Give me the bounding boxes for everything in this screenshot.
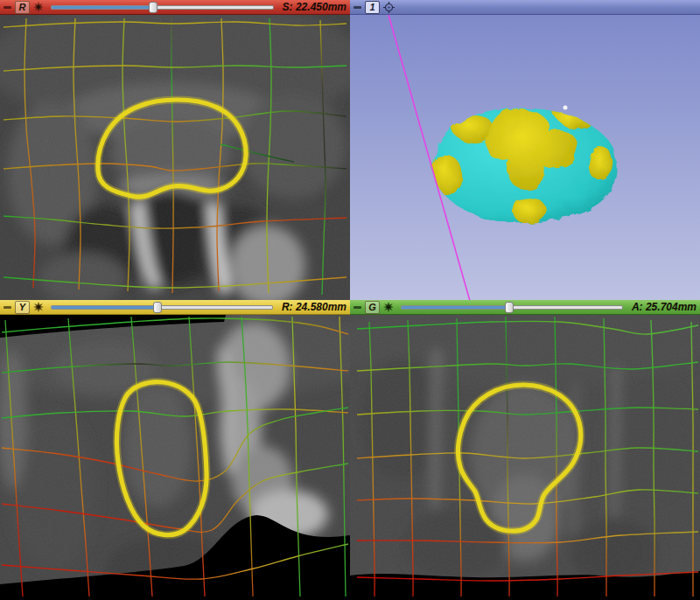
threed-view-pane: 1 xyxy=(350,0,700,300)
threed-view-label-badge[interactable]: 1 xyxy=(365,1,380,14)
yellow-slice-pane: Y R: 24.580mm xyxy=(0,300,350,600)
slice-offset-slider[interactable] xyxy=(401,302,623,313)
slider-track[interactable] xyxy=(51,5,274,10)
yellow-view-label-badge[interactable]: Y xyxy=(15,301,30,314)
slider-track[interactable] xyxy=(51,305,273,310)
collapse-controller-icon[interactable] xyxy=(4,306,11,309)
collapse-controller-icon[interactable] xyxy=(354,306,361,309)
slider-handle[interactable] xyxy=(149,2,158,13)
pushpin-icon[interactable] xyxy=(33,2,44,12)
yellow-slice-viewport[interactable] xyxy=(0,315,350,600)
slider-fill xyxy=(402,306,509,309)
crosshair-icon[interactable] xyxy=(383,2,395,13)
slider-fill xyxy=(52,306,158,309)
pushpin-icon[interactable] xyxy=(383,302,394,312)
collapse-controller-icon[interactable] xyxy=(4,6,11,9)
threed-controller-bar: 1 xyxy=(350,0,700,15)
slider-handle[interactable] xyxy=(153,302,162,313)
green-view-label-badge[interactable]: G xyxy=(365,301,380,314)
collapse-controller-icon[interactable] xyxy=(354,6,361,9)
green-slice-viewport[interactable] xyxy=(350,315,700,600)
red-view-label-badge[interactable]: R xyxy=(15,1,30,14)
green-slice-controller-bar: G A: 25.704mm xyxy=(350,300,700,315)
pushpin-icon[interactable] xyxy=(33,302,44,312)
green-slice-pane: G A: 25.704mm xyxy=(350,300,700,600)
yellow-slice-controller-bar: Y R: 24.580mm xyxy=(0,300,350,315)
red-slice-pane: R S: 22.450mm xyxy=(0,0,350,300)
slice-offset-readout: R: 24.580mm xyxy=(282,301,346,313)
slice-offset-readout: S: 22.450mm xyxy=(283,1,346,13)
slice-offset-slider[interactable] xyxy=(51,2,274,13)
slice-offset-readout: A: 25.704mm xyxy=(632,301,696,313)
threed-viewport[interactable] xyxy=(350,15,700,300)
red-slice-controller-bar: R S: 22.450mm xyxy=(0,0,350,15)
slider-fill xyxy=(52,6,153,9)
slider-handle[interactable] xyxy=(505,302,514,313)
mpr-viewer-window: R S: 22.450mm 1 xyxy=(0,0,700,600)
slice-offset-slider[interactable] xyxy=(51,302,273,313)
red-slice-viewport[interactable] xyxy=(0,15,350,300)
